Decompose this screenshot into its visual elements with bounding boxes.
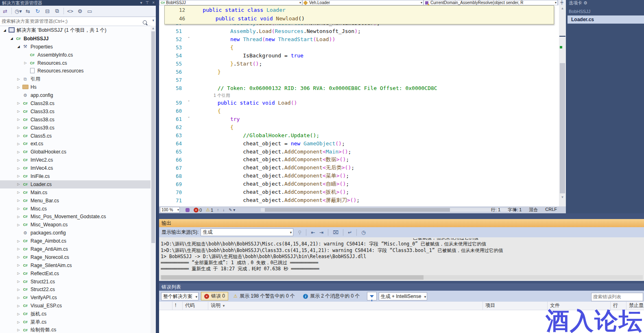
collapse-arrow-icon[interactable]: ◢ (15, 45, 22, 48)
timestamp-icon[interactable]: ◷ (361, 230, 365, 235)
panel-splitter-horizontal[interactable] (159, 213, 644, 219)
tree-item[interactable]: ⚙app.config (0, 91, 151, 99)
tree-item[interactable]: ▷C#Misc.cs (0, 205, 151, 213)
sync-with-active-document-icon[interactable]: ⇆ (24, 8, 31, 14)
expand-arrow-icon[interactable]: ▷ (15, 174, 22, 178)
tree-item[interactable]: ▷C#Misc_Pos_Movement_Godstate.cs (0, 213, 151, 221)
source-combo[interactable]: 生成 + IntelliSense ▾ (379, 292, 428, 300)
switch-views-icon[interactable]: ⇄ (2, 8, 9, 14)
expand-arrow-icon[interactable]: ▷ (15, 110, 22, 113)
tree-item[interactable]: ▷C#菜单.cs (0, 318, 151, 326)
output-horizontal-scrollbar[interactable] (160, 275, 643, 280)
error-count[interactable]: × 0 (194, 208, 202, 213)
view-code-icon[interactable]: <> (67, 8, 74, 14)
collapse-arrow-icon[interactable]: ◢ (9, 37, 15, 40)
tree-item[interactable]: ▷C#Rage_Aimbot.cs (0, 237, 151, 245)
zoom-control[interactable]: 100 % ▾ (160, 207, 180, 213)
tree-item[interactable]: ▷C#Class38.cs (0, 116, 151, 124)
expand-arrow-icon[interactable]: ▷ (15, 77, 22, 81)
expand-arrow-icon[interactable]: ▷ (15, 166, 22, 170)
scroll-down-icon[interactable]: ▼ (559, 195, 566, 199)
fold-chevron-icon[interactable]: ˇ (186, 117, 192, 121)
tree-item[interactable]: ▷C#Main.cs (0, 188, 151, 197)
fold-chevron-icon[interactable]: ˇ (186, 101, 192, 105)
scrollbar-thumb[interactable] (265, 208, 450, 212)
expand-arrow-icon[interactable]: ▷ (15, 263, 22, 267)
code-area[interactable]: 50 Assembly.Load(Resources.MonoMod_Runti… (159, 5, 559, 206)
tree-item[interactable]: ◢解决方案 'BobHSSJJ' (1 个项目，共 1 个) (0, 26, 151, 35)
collapse-all-icon[interactable]: ⊟ (44, 8, 51, 14)
tree-item[interactable]: ▷C#Menu_Bar.cs (0, 197, 151, 205)
column-header[interactable] (159, 302, 172, 310)
next-issue-icon[interactable]: ↓ (223, 208, 225, 212)
document-health-icon[interactable] (186, 208, 190, 212)
output-source-dropdown[interactable]: 生成 ▾ (201, 228, 293, 236)
split-window-button[interactable]: ╪ (558, 0, 565, 5)
word-wrap-icon[interactable]: ↵ (348, 230, 352, 235)
project-dropdown[interactable]: C# BobHSSJJ ▾ (159, 0, 302, 5)
gear-icon[interactable]: ⚙ (583, 0, 587, 5)
window-position-icon[interactable]: ▾ (140, 0, 142, 6)
tree-item[interactable]: ▷C#Visual_ESP.cs (0, 302, 151, 310)
tree-item[interactable]: C#AssemblyInfo.cs (0, 51, 151, 59)
tree-item[interactable]: ▷C#ImVec4.cs (0, 164, 151, 172)
expand-arrow-icon[interactable]: ▷ (15, 207, 22, 210)
tree-item[interactable]: ▷C#VerifyAPI.cs (0, 294, 151, 302)
tree-item[interactable]: ▷C#Rage_AntiAim.cs (0, 245, 151, 253)
pending-changes-filter-icon[interactable]: ◷▾ (15, 8, 22, 14)
filter-button[interactable] (367, 292, 377, 300)
solution-explorer-search[interactable]: 搜索解决方案资源管理器(Ctrl+;) ▾ (0, 17, 156, 26)
scroll-up-icon[interactable]: ▲ (559, 7, 566, 10)
expand-arrow-icon[interactable]: ▷ (15, 182, 22, 186)
scope-dropdown[interactable]: 整个解决方案 ▾ (161, 292, 199, 300)
editor-vertical-scrollbar[interactable]: ▲ ▼ (559, 5, 566, 206)
expand-arrow-icon[interactable]: ▷ (15, 199, 22, 202)
errors-filter-button[interactable]: × 错误 0 (201, 292, 228, 300)
member-dropdown[interactable]: CurrentDomain_AssemblyResolve(object sen… (424, 0, 558, 5)
expand-arrow-icon[interactable]: ▷ (15, 118, 22, 121)
search-icon[interactable] (143, 19, 147, 26)
expand-arrow-icon[interactable]: ▷ (15, 85, 22, 89)
tree-item[interactable]: ▷C#Rage_Norecoil.cs (0, 253, 151, 261)
expand-arrow-icon[interactable]: ▷ (15, 101, 22, 105)
tree-item[interactable]: ▷C#ext.cs (0, 140, 151, 148)
tree-item[interactable]: ▷C#Resources.cs (0, 59, 151, 67)
expand-arrow-icon[interactable]: ▷ (15, 320, 22, 324)
output-log[interactable]: 已被赋值，但从未使用过它的值1>D:\源码\生死狙击\bobh\bobh\Bob… (161, 238, 642, 274)
expand-arrow-icon[interactable]: ▷ (15, 215, 22, 219)
collapse-arrow-icon[interactable]: ◢ (2, 28, 8, 32)
tree-item[interactable]: ◢C#BobHSSJJ (0, 35, 151, 43)
tree-item[interactable]: ▷C#Class33.cs (0, 107, 151, 116)
expand-arrow-icon[interactable]: ▷ (15, 312, 22, 316)
expand-arrow-icon[interactable]: ▷ (15, 247, 22, 251)
panel-splitter-vertical[interactable] (156, 0, 159, 333)
tree-item[interactable]: ▷C#ReflectExt.cs (0, 269, 151, 278)
expand-arrow-icon[interactable]: ▷ (15, 304, 22, 308)
column-header[interactable]: 项目 (483, 302, 548, 310)
scrollbar-thumb[interactable] (161, 275, 424, 280)
tree-item[interactable]: ▷C#Misc_Weapon.cs (0, 221, 151, 229)
tree-item[interactable]: Resources.resources (0, 67, 151, 75)
expand-arrow-icon[interactable]: ▷ (15, 142, 22, 146)
expand-arrow-icon[interactable]: ▷ (15, 126, 22, 129)
expand-arrow-icon[interactable]: ▷ (15, 272, 22, 275)
tree-item[interactable]: ▷C#IniFile.cs (0, 172, 151, 180)
expand-arrow-icon[interactable]: ▷ (15, 223, 22, 227)
editor-horizontal-scrollbar[interactable] (261, 208, 513, 212)
tree-item[interactable]: ▷C#ImVec2.cs (0, 156, 151, 164)
scroll-up-icon[interactable]: ▲ (151, 26, 156, 30)
expand-arrow-icon[interactable]: ▷ (22, 61, 28, 65)
column-header[interactable]: 代码 (183, 302, 208, 310)
next-message-icon[interactable]: ⇥ (319, 230, 323, 235)
codelens-references[interactable]: 1 个引用 (159, 92, 559, 99)
pin-icon[interactable]: ⊤ (145, 0, 149, 6)
fold-chevron-icon[interactable]: ˇ (186, 37, 192, 42)
solution-tree[interactable]: ◢解决方案 'BobHSSJJ' (1 个项目，共 1 个)◢C#BobHSSJ… (0, 26, 151, 333)
tree-item[interactable]: ▷C#扳机.cs (0, 310, 151, 318)
tree-item[interactable]: ▷C#Class5.cs (0, 132, 151, 140)
expand-arrow-icon[interactable]: ▷ (15, 158, 22, 162)
tab-loader-cs[interactable]: Loader.cs (568, 15, 644, 24)
tree-item[interactable]: ▷C#GlobalHooker.cs (0, 148, 151, 156)
previous-message-icon[interactable]: ⇤ (311, 230, 315, 235)
tree-item[interactable]: ▷Hs (0, 83, 151, 91)
